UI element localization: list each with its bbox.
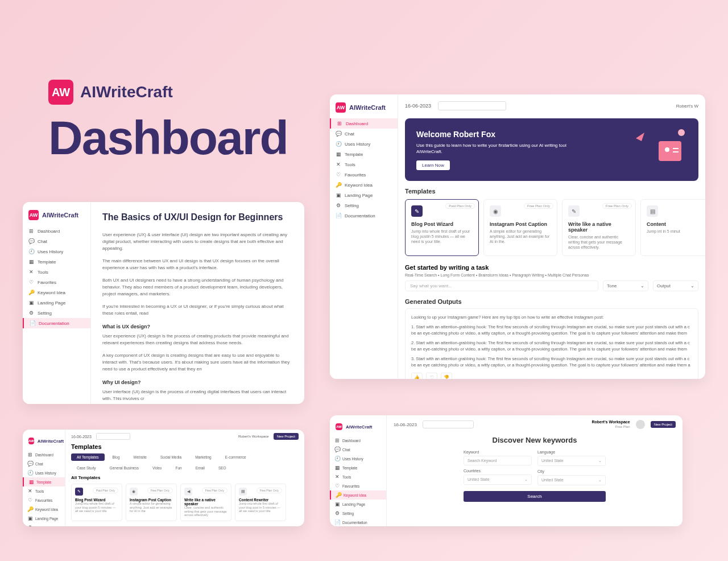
keyword-input[interactable]: Search Keyword [464,456,532,465]
nav-template[interactable]: ▦Template [330,149,398,159]
heart-button[interactable]: ♡ [426,373,437,379]
nav-documentation[interactable]: 📄Documentation [330,518,386,526]
search-input[interactable] [423,420,474,428]
gen-item: 2. Start with an attention-grabbing hook… [411,340,692,353]
nav-favourites[interactable]: ♡Favourites [330,481,386,490]
new-project-button[interactable]: New Project [274,433,299,440]
template-card[interactable]: Free Plan Only◀Write like a native speak… [180,484,231,521]
nav-chat[interactable]: 💬Chat [23,236,90,246]
nav-keyword[interactable]: 🔑Keyword Idea [330,180,398,190]
template-card[interactable]: Free Plan Only◉Instagram Post CaptionA s… [126,484,177,521]
doc-title: The Basics of UX/UI Design for Beginners [102,212,293,222]
nav-history[interactable]: 🕘Uses History [330,454,386,463]
nav-dashboard[interactable]: ⊞Dashboard [330,436,386,445]
new-project-button[interactable]: New Project [651,421,676,428]
cat-chip[interactable]: Marketing [189,453,217,461]
nav-dashboard[interactable]: ⊞Dashboard [23,226,90,236]
grid-icon: ⊞ [27,452,33,457]
nav-dashboard[interactable]: ⊞Dashboard [330,118,398,129]
nav-tools[interactable]: ✕Tools [330,159,398,170]
template-card[interactable]: Free Plan Only ✎ Write like a native spe… [562,199,636,256]
nav-setting[interactable]: ⚙Setting [23,523,65,526]
nav-tools[interactable]: ✕Tools [23,267,90,277]
nav-keyword[interactable]: 🔑Keyword Idea [23,505,65,514]
nav-label: Dashboard [35,453,53,457]
user-name[interactable]: Robert's Workspace [592,420,630,424]
cat-chip[interactable]: Video [147,464,168,472]
nav: ⊞Dashboard 💬Chat 🕘Uses History ▦Template… [330,434,386,526]
nav-documentation[interactable]: 📄Documentation [23,318,90,328]
nav-tools[interactable]: ✕Tools [330,472,386,481]
cat-chip[interactable]: Social Media [155,453,187,461]
output-select[interactable]: Output⌄ [653,280,698,291]
nav-label: Keyword Idea [344,493,366,497]
nav-tools[interactable]: ✕Tools [23,486,65,496]
nav-history[interactable]: 🕘Uses History [330,139,398,149]
nav-chat[interactable]: 💬Chat [330,129,398,139]
nav-label: Chat [35,462,43,466]
nav-template[interactable]: ▦Template [23,257,90,267]
cat-chip[interactable]: SEO [213,464,232,472]
grid-icon: ⊞ [28,228,34,234]
cat-chip[interactable]: Website [128,453,152,461]
thumbs-up-button[interactable]: 👍 [411,373,423,379]
nav-favourites[interactable]: ♡Favourites [330,170,398,180]
cat-chip[interactable]: Case Study [71,464,102,472]
nav-setting[interactable]: ⚙Setting [23,308,90,318]
language-select[interactable]: United State⌄ [537,456,606,466]
nav-chat[interactable]: 💬Chat [23,459,65,468]
cat-chip[interactable]: E-commerce [220,453,252,461]
template-desc: Jump int in 5 minut [647,229,705,234]
chat-icon: 💬 [27,461,33,467]
nav-chat[interactable]: 💬Chat [330,445,386,454]
search-input[interactable] [438,101,506,110]
nav-history[interactable]: 🕘Uses History [23,468,65,477]
nav-keyword[interactable]: 🔑Keyword Idea [23,287,90,298]
page-icon: ▣ [28,300,34,306]
tools-icon: ✕ [334,474,340,480]
nav-favorites[interactable]: ♡Favorites [23,277,90,287]
doc-icon: 📄 [334,519,340,525]
template-card[interactable]: Free Plan Only ◉ Instagram Post Caption … [483,199,557,256]
cat-chip[interactable]: All Templates [71,453,105,461]
nav-documentation[interactable]: 📄Documentation [330,211,398,221]
tone-select[interactable]: Tone⌄ [603,280,648,291]
template-card[interactable]: Paid Plan Only ✎ Blog Post Wizard Jump i… [405,199,479,256]
search-button[interactable]: Search [464,491,606,502]
nav-setting[interactable]: ⚙Setting [330,200,398,211]
select-label: Tone [607,283,617,288]
nav-favourites[interactable]: ♡Favourites [23,496,65,505]
nav-label: Uses History [38,249,63,254]
nav-landing[interactable]: ▣Landing Page [23,514,65,523]
countries-select[interactable]: United State⌄ [464,475,532,485]
nav-landing[interactable]: ▣Landing Page [330,190,398,200]
cat-chip[interactable]: Fun [169,464,187,472]
nav-template[interactable]: ▦Template [330,463,386,472]
thumbs-down-button[interactable]: 👎 [441,373,452,379]
cat-chip[interactable]: General Business [104,464,144,472]
avatar[interactable] [636,420,645,429]
nav-landing[interactable]: ▣Landing Page [23,298,90,308]
cat-chip[interactable]: Email [190,464,210,472]
plan-badge: Free Plan Only [257,488,282,493]
nav: ⊞Dashboard 💬Chat 🕘Uses History ▦Template… [23,448,65,526]
nav-landing[interactable]: ▣Landing Page [330,500,386,509]
city-select[interactable]: United State⌄ [537,475,606,485]
user-name[interactable]: Robert's Workspace [238,435,269,438]
content-icon: ▤ [647,205,658,217]
task-input[interactable]: Say what you want... [405,280,598,291]
template-card[interactable]: Free Plan Only▤Content RewriterJump into… [235,484,286,521]
template-card[interactable]: Paid Plan Only✎Blog Post WizardJump into… [71,484,122,521]
gear-icon: ⚙ [28,310,34,316]
learn-now-button[interactable]: Learn Now [416,160,450,170]
nav-dashboard[interactable]: ⊞Dashboard [23,450,65,459]
nav-setting[interactable]: ⚙Setting [330,509,386,518]
gear-icon: ⚙ [334,510,340,516]
template-card[interactable]: ▤ Content Jump int in 5 minut [640,199,705,256]
nav-history[interactable]: 🕘Uses History [23,246,90,257]
search-input[interactable] [96,433,130,440]
user-name[interactable]: Robert's W [676,104,698,109]
cat-chip[interactable]: Blog [107,453,126,461]
nav-keyword[interactable]: 🔑Keyword Idea [330,490,386,500]
nav-template[interactable]: ▦Template [23,477,65,486]
